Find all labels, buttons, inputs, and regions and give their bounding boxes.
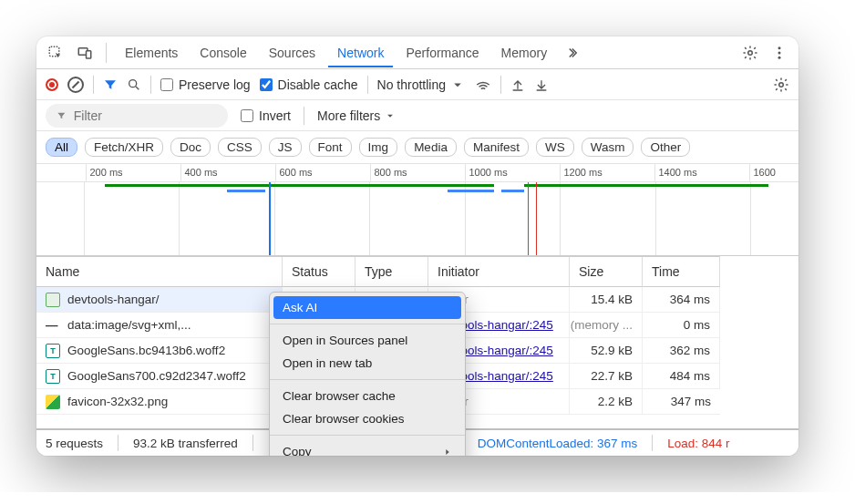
clear-button[interactable] <box>67 77 84 93</box>
col-type[interactable]: Type <box>355 256 428 287</box>
cell-size: 52.9 kB <box>570 338 643 364</box>
disable-cache-checkbox[interactable]: Disable cache <box>260 77 358 92</box>
col-size[interactable]: Size <box>570 256 643 287</box>
cell-time: 364 ms <box>643 287 720 313</box>
more-tabs-icon[interactable] <box>560 41 583 65</box>
ctx-copy[interactable]: Copy <box>270 440 465 456</box>
request-name: GoogleSans.bc9413b6.woff2 <box>67 344 225 357</box>
cell-size: 2.2 kB <box>570 389 643 415</box>
svg-point-3 <box>748 50 753 55</box>
svg-rect-2 <box>87 50 91 57</box>
filter-input-wrap[interactable] <box>46 104 228 128</box>
network-toolbar: Preserve log Disable cache No throttling <box>36 69 798 100</box>
table-row[interactable]: TGoogleSans.bc9413b6.woff2 <box>36 338 283 364</box>
pill-other[interactable]: Other <box>641 138 690 157</box>
tick: 400 ms <box>180 164 275 181</box>
tick: 600 ms <box>275 164 370 181</box>
settings-icon[interactable] <box>738 41 762 65</box>
devtools-window: Elements Console Sources Network Perform… <box>36 36 798 456</box>
cell-time: 484 ms <box>643 364 720 389</box>
image-icon <box>46 395 60 409</box>
font-icon: T <box>46 344 60 358</box>
tick: 1600 <box>749 164 799 181</box>
disable-cache-label: Disable cache <box>278 77 358 92</box>
cell-size: 22.7 kB <box>570 364 643 389</box>
table-row[interactable]: —data:image/svg+xml,... <box>36 313 283 338</box>
pill-css[interactable]: CSS <box>218 138 262 157</box>
invert-label: Invert <box>259 108 291 123</box>
context-menu: Ask AI Open in Sources panel Open in new… <box>269 292 466 456</box>
tick: 1000 ms <box>465 164 560 181</box>
svg-point-7 <box>129 79 137 87</box>
tab-network[interactable]: Network <box>328 38 393 67</box>
tab-performance[interactable]: Performance <box>397 38 488 67</box>
pill-font[interactable]: Font <box>309 138 352 157</box>
type-filter-row: All Fetch/XHR Doc CSS JS Font Img Media … <box>36 131 798 164</box>
col-initiator[interactable]: Initiator <box>428 256 570 287</box>
upload-har-icon[interactable] <box>510 77 525 92</box>
pill-ws[interactable]: WS <box>536 138 574 157</box>
ctx-copy-label: Copy <box>283 445 312 456</box>
chevron-right-icon <box>443 447 452 457</box>
record-button[interactable] <box>46 78 58 91</box>
funnel-icon <box>57 110 67 121</box>
ctx-clear-cache[interactable]: Clear browser cache <box>270 385 465 407</box>
pill-media[interactable]: Media <box>405 138 457 157</box>
col-time[interactable]: Time <box>643 256 720 287</box>
tab-elements[interactable]: Elements <box>116 38 187 67</box>
timeline-overview[interactable]: 200 ms 400 ms 600 ms 800 ms 1000 ms 1200… <box>36 164 798 256</box>
ctx-open-new-tab[interactable]: Open in new tab <box>270 352 465 375</box>
tab-console[interactable]: Console <box>191 38 255 67</box>
table-row[interactable]: favicon-32x32.png <box>36 389 283 415</box>
network-settings-icon[interactable] <box>773 77 789 93</box>
kebab-menu-icon[interactable] <box>767 41 791 65</box>
svg-point-8 <box>779 82 784 87</box>
panel-tabs: Elements Console Sources Network Perform… <box>116 38 583 67</box>
pill-js[interactable]: JS <box>269 138 302 157</box>
col-status[interactable]: Status <box>283 256 355 287</box>
network-conditions-icon[interactable] <box>475 77 491 93</box>
request-name: devtools-hangar/ <box>67 293 160 306</box>
timeline-body <box>36 182 798 255</box>
status-domcontentloaded: DOMContentLoaded: 367 ms <box>478 437 638 450</box>
preserve-log-label: Preserve log <box>179 77 251 92</box>
pill-manifest[interactable]: Manifest <box>464 138 529 157</box>
table-row[interactable]: devtools-hangar/ <box>36 287 283 313</box>
more-filters-label: More filters <box>317 108 380 123</box>
tab-memory[interactable]: Memory <box>492 38 557 67</box>
filter-input[interactable] <box>74 108 217 123</box>
more-filters-button[interactable]: More filters <box>317 108 397 123</box>
inspect-element-icon[interactable] <box>44 41 67 65</box>
search-icon[interactable] <box>127 77 141 92</box>
cell-size: (memory ... <box>570 313 643 338</box>
ctx-clear-cookies[interactable]: Clear browser cookies <box>270 407 465 430</box>
preserve-log-checkbox[interactable]: Preserve log <box>160 77 251 92</box>
cell-time: 362 ms <box>643 338 720 364</box>
throttling-select[interactable]: No throttling <box>377 77 466 93</box>
svg-point-6 <box>778 56 781 58</box>
device-toolbar-icon[interactable] <box>73 41 97 65</box>
request-name: favicon-32x32.png <box>67 395 168 408</box>
pill-wasm[interactable]: Wasm <box>582 138 634 157</box>
pill-fetchxhr[interactable]: Fetch/XHR <box>85 138 163 157</box>
tick: 200 ms <box>86 164 180 181</box>
invert-checkbox[interactable]: Invert <box>241 108 291 123</box>
pill-all[interactable]: All <box>46 138 77 157</box>
filter-row: Invert More filters <box>36 100 798 131</box>
status-load: Load: 844 r <box>667 437 729 450</box>
ctx-ask-ai[interactable]: Ask AI <box>273 296 461 319</box>
status-requests: 5 requests <box>46 437 103 450</box>
filter-toggle-icon[interactable] <box>103 77 118 92</box>
pill-doc[interactable]: Doc <box>170 138 211 157</box>
tab-sources[interactable]: Sources <box>260 38 324 67</box>
table-row[interactable]: TGoogleSans700.c92d2347.woff2 <box>36 364 283 389</box>
timeline-ruler: 200 ms 400 ms 600 ms 800 ms 1000 ms 1200… <box>36 164 798 182</box>
cell-time: 347 ms <box>643 389 720 415</box>
ctx-open-sources[interactable]: Open in Sources panel <box>270 329 465 352</box>
col-name[interactable]: Name <box>36 256 283 287</box>
download-har-icon[interactable] <box>534 77 549 92</box>
svg-point-4 <box>778 46 781 49</box>
document-icon <box>46 293 60 307</box>
pill-img[interactable]: Img <box>359 138 398 157</box>
svg-point-5 <box>778 51 781 54</box>
